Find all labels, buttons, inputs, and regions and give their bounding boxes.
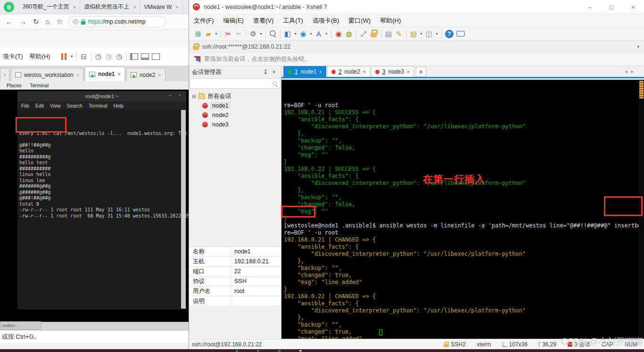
transfer-icon[interactable]: ◧ bbox=[282, 28, 293, 40]
reconnect-icon[interactable]: ✂ bbox=[233, 28, 244, 40]
toolbar-separator[interactable] bbox=[76, 52, 77, 61]
snapshot-revert-icon[interactable]: ◷ bbox=[104, 51, 114, 62]
tab-close-icon[interactable]: × bbox=[133, 4, 136, 10]
forward-icon[interactable]: → bbox=[19, 17, 26, 26]
fullscreen-icon[interactable]: ⤢ bbox=[358, 28, 369, 40]
guest-terminal-menu-item[interactable]: Help bbox=[114, 103, 124, 109]
add-session-arrow-icon[interactable] bbox=[194, 56, 200, 63]
toolbar-separator[interactable] bbox=[406, 30, 406, 38]
console-view-icon[interactable] bbox=[152, 53, 160, 60]
xshell-icon[interactable]: ◉ bbox=[333, 28, 344, 40]
new-folder-icon[interactable]: ▨ bbox=[408, 28, 419, 40]
new-tab-button[interactable]: + bbox=[416, 67, 426, 77]
terminal-tab[interactable]: 1node1× bbox=[283, 66, 326, 77]
highlighter-icon[interactable]: ✎ bbox=[394, 28, 404, 40]
dropdown-caret[interactable]: ▾ bbox=[434, 28, 439, 40]
menu-item[interactable]: 选项卡(B) bbox=[313, 17, 339, 25]
session-tree-root[interactable]: ⊟ 所有会话 bbox=[192, 92, 281, 101]
toolbar-separator[interactable] bbox=[221, 30, 221, 38]
tab-close-icon[interactable]: × bbox=[76, 72, 79, 78]
vmware-menu-item[interactable]: 帮助(H) bbox=[30, 52, 50, 61]
windows-taskbar[interactable] bbox=[0, 349, 644, 352]
find-icon[interactable] bbox=[268, 28, 278, 40]
vmware-status-tab[interactable]: node1~ bbox=[0, 321, 41, 330]
dropdown-caret[interactable]: ▾ bbox=[324, 28, 329, 40]
toolbar-separator[interactable] bbox=[91, 52, 91, 61]
ssh-address[interactable]: ssh://root:******@192.168.0.21:22 bbox=[202, 43, 634, 50]
show-library-icon[interactable] bbox=[130, 53, 138, 60]
toolbar-separator[interactable] bbox=[381, 30, 381, 38]
guest-terminal-scrollbar[interactable] bbox=[181, 110, 186, 309]
guest-menu-item[interactable]: Places bbox=[7, 83, 22, 88]
terminal-tab[interactable]: 2node2× bbox=[327, 66, 370, 77]
menu-item[interactable]: 编辑(E) bbox=[223, 17, 244, 25]
font-icon[interactable]: A bbox=[314, 28, 324, 40]
new-session-icon[interactable]: ⊞ bbox=[193, 28, 203, 40]
layout-icon[interactable]: ◫ bbox=[424, 28, 434, 40]
menu-item[interactable]: 文件(F) bbox=[194, 17, 214, 25]
tab-close-icon[interactable]: × bbox=[363, 69, 366, 75]
globe-icon[interactable]: ◉ bbox=[298, 28, 308, 40]
dropdown-caret[interactable]: ▾ bbox=[293, 28, 298, 40]
menu-item[interactable]: 帮助(H) bbox=[380, 17, 401, 25]
maximize-button[interactable]: □ bbox=[601, 0, 622, 14]
xftp-icon[interactable]: ◍ bbox=[344, 28, 354, 40]
pin-icon[interactable]: ↧ bbox=[261, 69, 270, 75]
minimize-button[interactable]: – bbox=[579, 0, 601, 14]
tab-close-icon[interactable]: × bbox=[118, 71, 121, 77]
terminal-tab[interactable]: 3node3× bbox=[371, 66, 414, 77]
menu-item[interactable]: 工具(T) bbox=[283, 17, 303, 25]
tab-close-icon[interactable]: × bbox=[319, 69, 322, 75]
keyboard-icon[interactable]: ▤ bbox=[383, 28, 394, 40]
toolbar-separator[interactable] bbox=[441, 30, 442, 38]
site-info-icon[interactable] bbox=[73, 19, 78, 25]
tab-close-icon[interactable]: × bbox=[175, 4, 178, 10]
session-properties-icon[interactable]: ⚙ bbox=[248, 28, 258, 40]
guest-terminal-menu-item[interactable]: Edit bbox=[35, 103, 44, 109]
dropdown-caret[interactable]: ▾ bbox=[258, 28, 264, 40]
session-search-input[interactable] bbox=[190, 78, 281, 89]
guest-terminal-menu-item[interactable]: File bbox=[21, 103, 29, 109]
pause-icon[interactable] bbox=[59, 51, 69, 62]
toolbar-separator[interactable] bbox=[126, 52, 127, 61]
vmware-vm-tab[interactable]: westos_workstation× bbox=[11, 68, 83, 81]
vmware-vm-tab[interactable]: node1× bbox=[85, 67, 125, 81]
guest-terminal-menu-item[interactable]: View bbox=[50, 103, 61, 109]
vmware-menu-item[interactable]: 项卡(T) bbox=[3, 52, 23, 61]
show-thumbnail-icon[interactable] bbox=[141, 53, 149, 60]
snapshot-manager-icon[interactable]: ◷ bbox=[114, 51, 124, 62]
favorites-icon[interactable]: ☆ bbox=[57, 17, 63, 26]
collapse-icon[interactable]: ⊟ bbox=[192, 93, 196, 100]
browser-tab[interactable]: 虚拟机突然连不上× bbox=[80, 0, 140, 14]
menu-item[interactable]: 查看(V) bbox=[253, 17, 273, 25]
tab-close-icon[interactable]: × bbox=[158, 72, 161, 78]
browser-url-bar[interactable]: https://mp.csdn.net/mp bbox=[68, 16, 166, 27]
tab-close-icon[interactable]: × bbox=[407, 69, 410, 75]
snapshot-take-icon[interactable]: ◷ bbox=[93, 51, 104, 62]
session-tree-item[interactable]: node1 bbox=[192, 101, 281, 110]
guest-terminal-menu-item[interactable]: Terminal bbox=[89, 103, 107, 109]
browser-logo-icon[interactable]: e bbox=[4, 2, 14, 12]
scrollbar-thumb[interactable] bbox=[639, 81, 644, 99]
session-tree-item[interactable]: node2 bbox=[192, 110, 281, 120]
back-icon[interactable]: ← bbox=[6, 17, 13, 26]
terminal-screen[interactable]: re=BOF ' -u root192.168.0.21 | SUCCESS =… bbox=[281, 80, 644, 339]
send-cad-icon[interactable]: ⊟ bbox=[79, 51, 89, 62]
vmware-partial-tab[interactable]: × bbox=[0, 68, 9, 81]
menu-item[interactable]: 窗口(W) bbox=[348, 17, 371, 25]
help-icon[interactable]: ? bbox=[445, 30, 454, 38]
open-folder-icon[interactable]: ▰ bbox=[203, 28, 214, 40]
dropdown-caret[interactable]: ▾ bbox=[69, 51, 74, 62]
toolbar-separator[interactable] bbox=[246, 30, 246, 38]
address-dropdown-icon[interactable]: ▾ bbox=[637, 44, 640, 49]
toolbar-separator[interactable] bbox=[280, 30, 281, 38]
close-button[interactable]: × bbox=[622, 0, 644, 14]
vmware-vm-tab[interactable]: node2× bbox=[126, 68, 165, 81]
close-panel-icon[interactable]: × bbox=[270, 69, 278, 75]
home-icon[interactable]: ⌂ bbox=[46, 17, 50, 26]
toolbar-separator[interactable] bbox=[356, 30, 356, 38]
lock-icon[interactable] bbox=[369, 28, 379, 40]
disconnect-icon[interactable]: ✂ bbox=[223, 28, 233, 40]
tab-close-icon[interactable]: × bbox=[73, 4, 76, 10]
tab-scroll-arrows[interactable]: ◂▸ bbox=[625, 68, 637, 75]
